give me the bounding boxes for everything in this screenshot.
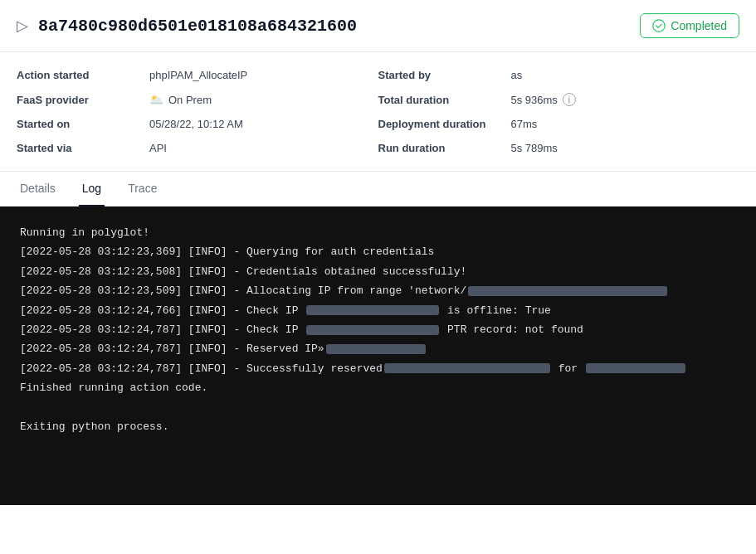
redacted-4: [326, 344, 426, 354]
meta-started-by: Started by as: [378, 69, 740, 81]
meta-value-run-duration: 5s 789ms: [511, 142, 558, 154]
meta-value-faas: 🌥️ On Prem: [149, 93, 212, 106]
meta-label-action-started: Action started: [17, 69, 149, 81]
meta-started-via: Started via API: [17, 142, 378, 154]
status-badge: Completed: [640, 13, 739, 38]
meta-col-right: Started by as Total duration 5s 936ms i …: [378, 69, 740, 154]
meta-label-deployment-duration: Deployment duration: [378, 118, 511, 130]
meta-label-total-duration: Total duration: [378, 94, 511, 106]
cloud-emoji: 🌥️: [149, 93, 163, 106]
check-circle-icon: [652, 19, 666, 32]
meta-label-run-duration: Run duration: [378, 142, 511, 154]
meta-label-started-via: Started via: [17, 142, 149, 154]
log-line-7: [2022-05-28 03:12:24,787] [INFO] - Reser…: [20, 339, 736, 358]
log-line-6: [2022-05-28 03:12:24,787] [INFO] - Check…: [20, 320, 736, 339]
tab-log[interactable]: Log: [79, 172, 105, 207]
meta-value-deployment-duration: 67ms: [511, 118, 538, 130]
tabs-bar: Details Log Trace: [0, 172, 756, 207]
info-icon[interactable]: i: [563, 93, 576, 106]
log-output: Running in polyglot! [2022-05-28 03:12:2…: [0, 207, 756, 505]
meta-value-total-duration: 5s 936ms i: [511, 93, 576, 106]
svg-point-0: [653, 20, 665, 32]
redacted-6: [586, 363, 685, 373]
status-label: Completed: [671, 19, 727, 32]
log-line-9: Finished running action code.: [20, 378, 736, 397]
faas-value-text: On Prem: [168, 94, 212, 106]
log-line-5: [2022-05-28 03:12:24,766] [INFO] - Check…: [20, 301, 736, 320]
meta-action-started: Action started phpIPAM_AllocateIP: [17, 69, 378, 81]
log-line-3: [2022-05-28 03:12:23,508] [INFO] - Crede…: [20, 262, 736, 281]
log-line-11: Exiting python process.: [20, 417, 736, 436]
redacted-2: [306, 305, 439, 315]
redacted-5: [384, 363, 550, 373]
tab-details[interactable]: Details: [17, 172, 59, 207]
meta-label-faas: FaaS provider: [17, 94, 149, 106]
meta-label-started-by: Started by: [378, 69, 511, 81]
play-icon: ▷: [17, 17, 28, 35]
meta-total-duration: Total duration 5s 936ms i: [378, 93, 740, 106]
meta-value-started-by: as: [511, 69, 523, 81]
run-id: 8a7480c980d6501e018108a684321600: [38, 17, 357, 36]
meta-label-started-on: Started on: [17, 118, 149, 130]
meta-value-action-started: phpIPAM_AllocateIP: [149, 69, 247, 81]
meta-run-duration: Run duration 5s 789ms: [378, 142, 740, 154]
log-line-8: [2022-05-28 03:12:24,787] [INFO] - Succe…: [20, 359, 736, 378]
meta-section: Action started phpIPAM_AllocateIP FaaS p…: [0, 52, 756, 172]
meta-faas-provider: FaaS provider 🌥️ On Prem: [17, 93, 378, 106]
meta-deployment-duration: Deployment duration 67ms: [378, 118, 740, 130]
redacted-1: [468, 286, 667, 296]
log-line-10: [20, 398, 736, 417]
log-line-2: [2022-05-28 03:12:23,369] [INFO] - Query…: [20, 242, 736, 261]
page-header: ▷ 8a7480c980d6501e018108a684321600 Compl…: [0, 0, 756, 52]
log-line-4: [2022-05-28 03:12:23,509] [INFO] - Alloc…: [20, 281, 736, 300]
redacted-3: [306, 325, 439, 335]
meta-value-started-via: API: [149, 142, 167, 154]
tab-trace[interactable]: Trace: [124, 172, 160, 207]
meta-col-left: Action started phpIPAM_AllocateIP FaaS p…: [17, 69, 378, 154]
total-duration-text: 5s 936ms: [511, 94, 558, 106]
meta-value-started-on: 05/28/22, 10:12 AM: [149, 118, 243, 130]
meta-started-on: Started on 05/28/22, 10:12 AM: [17, 118, 378, 130]
header-left: ▷ 8a7480c980d6501e018108a684321600: [17, 17, 357, 36]
log-line-1: Running in polyglot!: [20, 223, 736, 242]
